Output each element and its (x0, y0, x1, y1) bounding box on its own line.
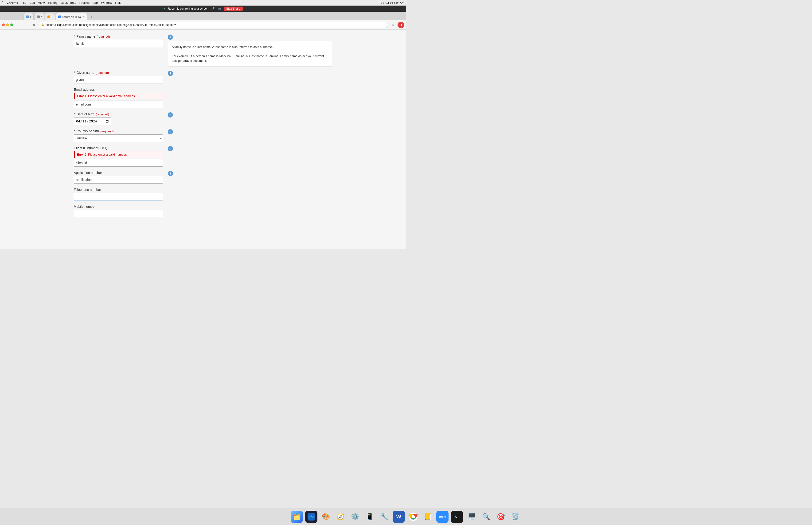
app-number-help-icon[interactable]: ? (168, 171, 173, 176)
menubar:  Chrome File Edit View History Bookmark… (0, 0, 406, 6)
reload-button[interactable]: ↻ (31, 21, 37, 28)
address-bar[interactable]: 🔒 secure.cic.gc.ca/enquiries-renseigneme… (39, 21, 388, 28)
client-id-row: Client ID number (UCI) Error 2: Please e… (74, 146, 332, 167)
app-number-input[interactable] (74, 176, 163, 183)
tab-close-icon[interactable]: ✕ (83, 15, 85, 18)
tab-2-label: r (41, 15, 42, 18)
page-content: * Family name (required) ? A family name… (0, 30, 406, 249)
menubar-file[interactable]: File (21, 1, 26, 4)
client-id-label-text: Client ID number (UCI) (74, 146, 107, 150)
tab-3[interactable]: r (45, 13, 55, 20)
email-row: Email address Error 1: Please enter a va… (74, 88, 332, 108)
dob-label: * Date of birth (required) (74, 112, 163, 116)
country-required-text: (required) (100, 130, 113, 133)
telephone-left: Telephone number (74, 188, 163, 200)
new-tab-icon[interactable]: + (90, 15, 92, 18)
back-button[interactable]: ← (15, 21, 21, 28)
tab-bar: r r r secure.cic.gc.ca ✕ + (0, 12, 406, 20)
family-name-help-text2: For example: If a person's name is Mark … (172, 54, 328, 63)
dob-row: * Date of birth (required) ? (74, 112, 332, 125)
dob-input[interactable] (74, 118, 111, 125)
mobile-left: Mobile number (74, 205, 163, 217)
menubar-profiles[interactable]: Profiles (79, 1, 90, 4)
dob-help-icon[interactable]: ? (168, 112, 173, 118)
country-select[interactable]: Russia Canada United States Other (74, 134, 163, 142)
form-container: * Family name (required) ? A family name… (74, 34, 332, 217)
dob-help: ? (168, 112, 332, 118)
given-name-input[interactable] (74, 76, 163, 84)
email-left: Email address Error 1: Please enter a va… (74, 88, 163, 108)
family-name-row: * Family name (required) ? A family name… (74, 34, 332, 66)
given-name-help-icon[interactable]: ? (168, 71, 173, 76)
mobile-label: Mobile number (74, 205, 163, 208)
app-number-label-text: Application number (74, 171, 102, 175)
family-name-required-mark: * (74, 34, 75, 38)
telephone-label-text: Telephone number (74, 188, 101, 192)
maximize-window-button[interactable] (10, 24, 13, 26)
given-name-row: * Given name (required) ? (74, 71, 332, 84)
forward-button[interactable]: → (22, 21, 29, 28)
given-name-required-mark: * (74, 71, 75, 75)
menubar-tab[interactable]: Tab (93, 1, 98, 4)
avatar-initial: R (400, 23, 402, 27)
menubar-edit[interactable]: Edit (30, 1, 35, 4)
zoom-mic-icon: 🎤 (211, 7, 215, 10)
menubar-left:  Chrome File Edit View History Bookmark… (2, 1, 121, 5)
user-avatar[interactable]: R (398, 21, 404, 28)
menubar-right: Tue Apr 16 6:04 AM (379, 1, 404, 4)
country-required-mark: * (74, 129, 75, 133)
zoom-dot-icon: ● (163, 7, 165, 10)
traffic-lights (2, 24, 13, 26)
client-id-help-icon[interactable]: ? (168, 146, 173, 151)
country-row: * Country of birth (required) Russia Can… (74, 129, 332, 142)
app-number-row: Application number ? (74, 171, 332, 183)
browser-chrome: r r r secure.cic.gc.ca ✕ + (0, 12, 406, 30)
family-name-input[interactable] (74, 40, 163, 47)
country-left: * Country of birth (required) Russia Can… (74, 129, 163, 142)
dob-required-mark: * (74, 112, 75, 116)
telephone-label: Telephone number (74, 188, 163, 192)
dob-label-text: Date of birth (76, 112, 94, 116)
country-label: * Country of birth (required) (74, 129, 163, 133)
client-id-input[interactable] (74, 159, 163, 167)
country-help: ? (168, 129, 332, 134)
stop-share-button[interactable]: Stop Share (224, 6, 243, 11)
client-id-help: ? (168, 146, 332, 151)
given-name-left: * Given name (required) (74, 71, 163, 84)
menubar-help[interactable]: Help (115, 1, 121, 4)
tab-plus[interactable]: + (88, 13, 95, 20)
tab-1[interactable]: r (24, 13, 34, 20)
given-name-required-text: (required) (96, 71, 109, 75)
close-window-button[interactable] (2, 24, 5, 26)
tab-active-label: secure.cic.gc.ca (62, 15, 81, 18)
menubar-view[interactable]: View (38, 1, 45, 4)
telephone-row: Telephone number (74, 188, 332, 200)
email-label: Email address (74, 88, 163, 91)
menubar-history[interactable]: History (48, 1, 57, 4)
zoom-message: Robert is controlling your screen (168, 7, 209, 10)
apple-menu[interactable]:  (2, 1, 3, 5)
menubar-app[interactable]: Chrome (6, 1, 18, 4)
tab-1-favicon (26, 15, 29, 18)
given-name-label-text: Given name (76, 71, 94, 75)
family-name-help-icon[interactable]: ? (168, 34, 173, 40)
tab-3-label: r (51, 15, 52, 18)
given-name-help: ? (168, 71, 332, 76)
family-name-label-text: Family name (76, 34, 95, 38)
menubar-window[interactable]: Window (101, 1, 112, 4)
mobile-input[interactable] (74, 210, 163, 217)
family-name-help-box: A family name is a last name. A last nam… (168, 41, 332, 66)
tab-active[interactable]: secure.cic.gc.ca ✕ (56, 13, 88, 20)
tab-2[interactable]: r (34, 13, 44, 20)
menubar-bookmarks[interactable]: Bookmarks (61, 1, 76, 4)
country-label-text: Country of birth (76, 129, 99, 133)
email-input[interactable] (74, 101, 163, 108)
tab-1-label: r (30, 15, 31, 18)
mobile-label-text: Mobile number (74, 205, 96, 208)
client-id-left: Client ID number (UCI) Error 2: Please e… (74, 146, 163, 167)
telephone-input[interactable] (74, 193, 163, 200)
country-help-icon[interactable]: ? (168, 129, 173, 134)
bookmark-button[interactable]: ☆ (389, 21, 396, 28)
minimize-window-button[interactable] (6, 24, 9, 26)
family-name-help-text1: A family name is a last name. A last nam… (172, 45, 328, 49)
